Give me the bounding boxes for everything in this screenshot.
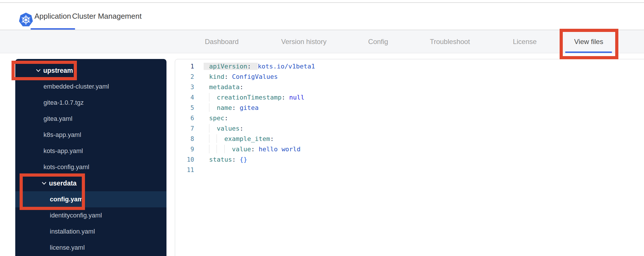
app-header: ApplicationCluster Management	[0, 3, 644, 30]
line-number: 9	[175, 144, 194, 154]
tree-file-installation.yaml[interactable]: installation.yaml	[15, 223, 166, 240]
code-line-9: 9value: hello world	[175, 144, 644, 154]
code-line-1: 1apiVersion: kots.io/v1beta1	[175, 61, 644, 72]
code-text: creationTimestamp: null	[209, 92, 304, 103]
tree-item-label: userdata	[49, 175, 77, 191]
line-number: 5	[175, 103, 194, 113]
nav-tab-config[interactable]: Config	[368, 30, 388, 53]
code-line-7: 7values:	[175, 123, 644, 134]
header-tab-application[interactable]: Application	[34, 3, 71, 30]
code-text: values:	[209, 123, 243, 134]
tree-file-k8s-app.yaml[interactable]: k8s-app.yaml	[15, 127, 166, 143]
tree-item-label: gitea-1.0.7.tgz	[43, 95, 84, 111]
tree-folder-userdata[interactable]: userdata	[15, 175, 166, 191]
code-text: metadata:	[209, 82, 243, 92]
code-text: status: {}	[209, 154, 247, 165]
kubernetes-logo	[18, 12, 34, 27]
tree-item-label: upstream	[43, 62, 73, 79]
kots-admin-console: ApplicationCluster Management DashboardV…	[0, 0, 644, 256]
tree-file-gitea-1.0.7.tgz[interactable]: gitea-1.0.7.tgz	[15, 95, 166, 111]
tree-folder-upstream[interactable]: upstream	[15, 62, 166, 79]
code-line-6: 6spec:	[175, 113, 644, 123]
line-number: 4	[175, 92, 194, 103]
tree-item-label: installation.yaml	[50, 223, 95, 240]
code-text: value: hello world	[209, 144, 301, 154]
tree-item-label: config.yaml	[50, 191, 85, 207]
nav-tab-version-history[interactable]: Version history	[281, 30, 326, 53]
code-text: apiVersion: kots.io/v1beta1	[209, 61, 315, 72]
tree-file-kots-app.yaml[interactable]: kots-app.yaml	[15, 143, 166, 159]
file-tree-sidebar: upstreamembedded-cluster.yamlgitea-1.0.7…	[15, 59, 166, 256]
tree-item-label: license.yaml	[50, 240, 85, 256]
tree-item-label: k8s-app.yaml	[43, 127, 81, 143]
tree-file-embedded-cluster.yaml[interactable]: embedded-cluster.yaml	[15, 79, 166, 95]
line-number: 6	[175, 113, 194, 123]
tree-item-label: embedded-cluster.yaml	[43, 79, 109, 95]
code-text: name: gitea	[209, 103, 259, 113]
tree-item-label: kots-app.yaml	[43, 143, 83, 159]
code-line-10: 10status: {}	[175, 154, 644, 165]
line-number: 1	[175, 61, 194, 72]
tree-item-label: identityconfig.yaml	[50, 207, 102, 223]
tree-file-gitea.yaml[interactable]: gitea.yaml	[15, 111, 166, 127]
code-line-4: 4creationTimestamp: null	[175, 92, 644, 103]
code-line-11: 11	[175, 165, 644, 175]
nav-tab-dashboard[interactable]: Dashboard	[205, 30, 238, 53]
tree-file-kots-config.yaml[interactable]: kots-config.yaml	[15, 159, 166, 175]
app-subnav: DashboardVersion historyConfigTroublesho…	[0, 30, 644, 53]
code-editor[interactable]: 1apiVersion: kots.io/v1beta12kind: Confi…	[175, 59, 644, 256]
chevron-down-icon[interactable]	[36, 69, 41, 72]
code-line-5: 5name: gitea	[175, 103, 644, 113]
header-tab-cluster-management[interactable]: Cluster Management	[72, 3, 141, 30]
line-number: 8	[175, 134, 194, 144]
code-text: spec:	[209, 113, 228, 123]
tree-file-license.yaml[interactable]: license.yaml	[15, 240, 166, 256]
tree-item-label: gitea.yaml	[43, 111, 72, 127]
line-number: 11	[175, 165, 194, 175]
code-line-8: 8example_item:	[175, 134, 644, 144]
tree-file-config.yaml[interactable]: config.yaml	[15, 191, 166, 207]
chevron-down-icon[interactable]	[42, 182, 46, 185]
code-text: example_item:	[209, 134, 274, 144]
tree-file-identityconfig.yaml[interactable]: identityconfig.yaml	[15, 207, 166, 223]
line-number: 3	[175, 82, 194, 92]
code-line-2: 2kind: ConfigValues	[175, 72, 644, 82]
nav-tab-troubleshoot[interactable]: Troubleshoot	[430, 30, 470, 53]
line-number: 2	[175, 72, 194, 82]
code-text: kind: ConfigValues	[209, 72, 278, 82]
tree-item-label: kots-config.yaml	[43, 159, 89, 175]
line-number: 10	[175, 154, 194, 165]
nav-tab-license[interactable]: License	[513, 30, 537, 53]
nav-tab-view-files[interactable]: View files	[574, 30, 603, 53]
line-number: 7	[175, 123, 194, 134]
code-line-3: 3metadata:	[175, 82, 644, 92]
